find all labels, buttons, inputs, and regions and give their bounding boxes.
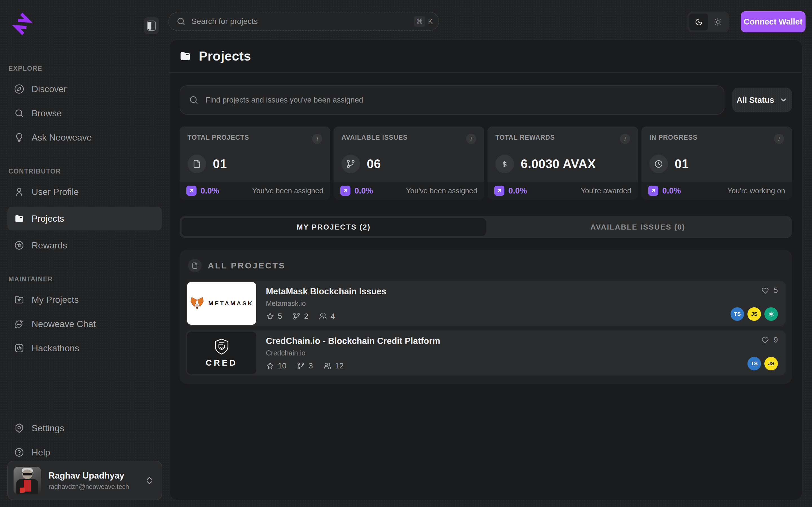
star-count: 10 [278,361,287,371]
git-branch-icon [292,312,301,321]
project-row-credchain[interactable]: CRED CredChain.io - Blockchain Credit Pl… [186,330,786,376]
moon-icon [695,17,703,26]
star-count: 5 [278,312,282,321]
sidebar-item-settings[interactable]: Settings [7,419,162,438]
sidebar-item-neoweave-chat[interactable]: Neoweave Chat [7,315,162,333]
sidebar-item-help[interactable]: Help [7,443,162,462]
stat-card-in-progress: IN PROGRESS i 01 0.0% You're [642,126,792,200]
users-icon [319,312,327,321]
sidebar-item-label: Neoweave Chat [32,319,96,329]
stat-card-available-issues: AVAILABLE ISSUES i 06 0.0% Yo [334,126,484,200]
users-icon [323,362,332,370]
sidebar-item-hackathons[interactable]: Hackathons [7,339,162,357]
info-icon[interactable]: i [620,134,630,144]
tab-my-projects[interactable]: MY PROJECTS (2) [182,218,486,236]
search-icon [189,95,199,105]
info-icon[interactable]: i [312,134,322,144]
sidebar-item-browse[interactable]: Browse [7,104,162,122]
file-icon [188,155,206,173]
code-icon [14,343,24,353]
credchain-logo: CRED [187,332,256,374]
theme-toggle [688,11,729,33]
global-search-input[interactable] [192,17,414,26]
connect-wallet-button[interactable]: Connect Wallet [741,11,806,33]
sidebar-item-label: Hackathons [32,343,79,353]
member-count: 4 [331,312,335,321]
sidebar-item-my-projects[interactable]: My Projects [7,290,162,309]
fork-count: 2 [304,312,309,321]
openai-icon [764,307,778,321]
folder-icon [14,214,24,224]
chevrons-up-down-icon [145,476,154,485]
neoweave-logo-icon[interactable] [11,12,162,38]
compass-icon [14,84,24,94]
like-count: 9 [773,335,778,344]
sidebar-item-label: Ask Neoweave [32,132,92,143]
status-filter-dropdown[interactable]: All Status [732,88,792,112]
user-name: Raghav Upadhyay [49,471,129,481]
sidebar-collapse-button[interactable] [144,17,159,34]
user-email: raghavdzn@neoweave.tech [49,483,129,491]
like-count: 5 [773,286,778,295]
settings-icon [14,423,24,433]
status-filter-label: All Status [737,96,774,105]
stat-delta: 0.0% [354,186,373,195]
dark-mode-button[interactable] [689,13,708,31]
project-filter-search[interactable] [180,86,724,115]
project-filter-input[interactable] [206,96,715,105]
sidebar-item-label: User Profile [32,187,79,197]
javascript-badge: JS [748,307,761,321]
tab-available-issues[interactable]: AVAILABLE ISSUES (0) [486,218,790,236]
projects-tabs: MY PROJECTS (2) AVAILABLE ISSUES (0) [180,216,792,238]
sun-icon [713,17,722,26]
git-branch-icon [342,155,360,173]
help-icon [14,447,24,457]
fork-count: 3 [308,361,313,371]
sidebar-item-projects[interactable]: Projects [7,207,162,230]
metamask-wordmark: METAMASK [208,300,253,307]
stat-value: 01 [675,157,689,171]
info-icon[interactable]: i [466,134,476,144]
cred-wordmark: CRED [206,358,238,368]
section-label-maintainer: MAINTAINER [8,276,162,283]
search-icon [176,17,186,26]
folder-star-icon [14,295,24,305]
metamask-fox-icon [190,297,204,310]
all-projects-section: ALL PROJECTS METAMASK MetaMask [180,250,792,384]
project-title: CredChain.io - Blockchain Credit Platfor… [266,336,440,346]
section-label-explore: EXPLORE [8,65,162,72]
star-icon [266,312,274,321]
typescript-badge: TS [748,357,761,371]
project-org: Credchain.io [266,349,440,357]
folder-icon [179,50,192,62]
user-card[interactable]: Raghav Upadhyay raghavdzn@neoweave.tech [7,461,162,500]
star-icon [266,362,274,370]
global-search[interactable]: ⌘ K [168,12,439,31]
stat-label: AVAILABLE ISSUES [342,134,408,142]
light-mode-button[interactable] [708,13,727,31]
stat-card-total-rewards: TOTAL REWARDS i 6.0030 AVAX 0.0% [488,126,638,200]
chat-icon [14,319,24,329]
sidebar-item-ask-neoweave[interactable]: Ask Neoweave [7,128,162,147]
stat-value: 06 [367,157,381,171]
heart-icon [761,286,769,295]
sidebar-item-rewards[interactable]: Rewards [7,236,162,255]
trending-up-icon [340,186,350,196]
stat-delta: 0.0% [508,186,527,195]
stat-note: You've been assigned [406,186,477,195]
panel-left-icon [147,20,156,31]
stat-delta: 0.0% [200,186,219,195]
sidebar-item-discover[interactable]: Discover [7,80,162,98]
section-label-contributor: CONTRIBUTOR [8,168,162,175]
info-icon[interactable]: i [774,134,784,144]
stat-label: TOTAL PROJECTS [188,134,249,142]
trending-up-icon [494,186,504,196]
project-row-metamask[interactable]: METAMASK MetaMask Blockchain Issues Meta… [186,281,786,326]
typescript-badge: TS [730,307,744,321]
award-icon [14,240,24,250]
trending-up-icon [648,186,658,196]
sidebar-item-user-profile[interactable]: User Profile [7,182,162,201]
member-count: 12 [335,361,344,371]
cred-shield-icon [214,338,230,356]
stats-row: TOTAL PROJECTS i 01 0.0% You' [180,126,792,200]
